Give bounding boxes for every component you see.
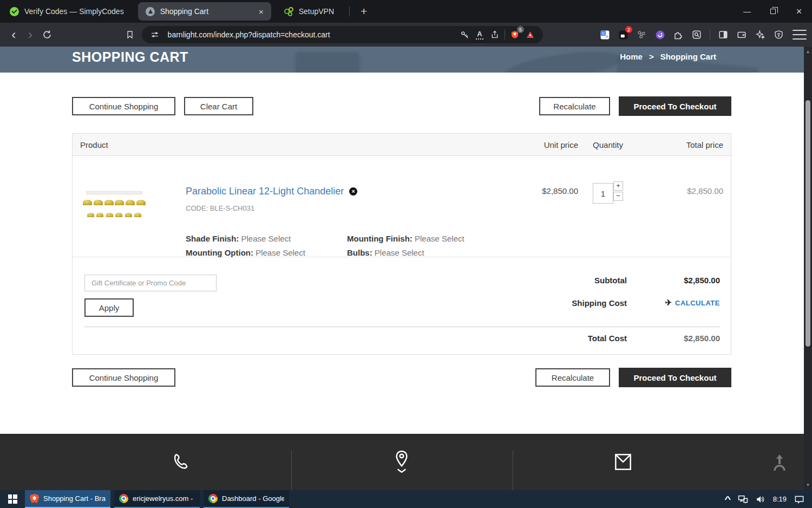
new-tab-button[interactable]: +	[355, 5, 372, 18]
taskbar-task-brave[interactable]: Shopping Cart - Brave	[25, 490, 110, 508]
footer-location-link[interactable]	[291, 434, 512, 490]
recalculate-button-bottom[interactable]: Recalculate	[535, 368, 610, 387]
cart-item-row: Parabolic Linear 12-Light Chandelier × C…	[73, 156, 731, 257]
translate-icon[interactable]: A	[472, 27, 487, 42]
toolbar-divider	[710, 30, 710, 40]
page-viewport: SHOPPING CART Home > Shopping Cart Conti…	[0, 47, 812, 490]
volume-icon[interactable]	[756, 495, 765, 504]
proceed-to-checkout-button-bottom[interactable]: Proceed To Checkout	[619, 368, 731, 387]
header-quantity: Quantity	[578, 140, 638, 149]
option-bulbs: Bulbs: Please Select	[347, 248, 464, 257]
product-options: Shade Finish: Please Select Mounting Fin…	[186, 234, 464, 257]
product-title-link[interactable]: Parabolic Linear 12-Light Chandelier	[186, 186, 344, 197]
back-icon[interactable]: ‹	[5, 26, 22, 43]
quantity-input[interactable]	[593, 183, 613, 204]
scroll-to-top-icon[interactable]	[770, 453, 789, 477]
apply-button[interactable]: Apply	[84, 298, 134, 317]
brave-shield-icon[interactable]: 5	[507, 27, 522, 42]
tray-expand-icon[interactable]: ^	[724, 494, 731, 504]
scrollbar-down-icon[interactable]: ▼	[804, 481, 812, 489]
quantity-decrease-button[interactable]: −	[613, 192, 623, 201]
extension-strip: GA 2	[597, 27, 807, 42]
vpn-shield-icon[interactable]	[771, 27, 786, 42]
sidebar-toggle-icon[interactable]	[716, 27, 731, 42]
tab-setupvpn[interactable]: SetupVPN	[274, 0, 344, 23]
forward-icon[interactable]: ›	[22, 26, 39, 43]
site-footer	[0, 434, 804, 490]
coupon-count-badge: 2	[625, 26, 632, 33]
cart-table-header: Product Unit price Quantity Total price	[73, 134, 731, 156]
total-row: Total Cost $2,850.00	[397, 334, 720, 343]
page-hero: SHOPPING CART Home > Shopping Cart	[0, 47, 804, 73]
phone-icon	[169, 451, 192, 473]
menu-hamburger-icon[interactable]	[793, 30, 807, 40]
clear-cart-button[interactable]: Clear Cart	[184, 97, 253, 115]
page-scrollbar[interactable]: ▲ ▼	[804, 47, 812, 490]
url-bar[interactable]: barnlight.com/index.php?dispatch=checkou…	[142, 26, 543, 43]
scrollbar-up-icon[interactable]: ▲	[804, 48, 812, 56]
footer-phone-link[interactable]	[70, 434, 291, 490]
breadcrumb-current: Shopping Cart	[660, 52, 716, 61]
coupon-ext-icon[interactable]: 2	[615, 27, 631, 42]
close-button[interactable]: ×	[786, 0, 812, 23]
proceed-to-checkout-button[interactable]: Proceed To Checkout	[619, 96, 731, 116]
cart-actions-bottom: Continue Shopping Recalculate Proceed To…	[72, 368, 731, 387]
network-icon[interactable]	[738, 495, 748, 504]
taskbar-clock[interactable]: 8:19	[773, 495, 787, 503]
extensions-puzzle-icon[interactable]	[671, 27, 686, 42]
molecule-ext-icon[interactable]	[634, 27, 649, 42]
browser-toolbar: ‹ › barnlight.com/index.php?dispatch=che…	[0, 23, 812, 47]
hero-decoration	[502, 47, 624, 73]
total-value: $2,850.00	[627, 334, 720, 343]
site-settings-icon[interactable]	[147, 27, 162, 42]
tab-shopping-cart[interactable]: Shopping Cart ×	[138, 2, 271, 21]
continue-shopping-button[interactable]: Continue Shopping	[72, 97, 175, 115]
minimize-button[interactable]: —	[734, 0, 760, 23]
share-icon[interactable]	[487, 27, 502, 42]
leo-ai-sparkle-icon[interactable]	[752, 27, 768, 42]
scrollbar-thumb[interactable]	[806, 100, 810, 347]
breadcrumb-home-link[interactable]: Home	[620, 52, 643, 61]
purple-ext-icon[interactable]	[652, 27, 667, 42]
recalculate-button[interactable]: Recalculate	[539, 97, 610, 115]
url-text[interactable]: barnlight.com/index.php?dispatch=checkou…	[168, 30, 457, 39]
cart-actions-top: Continue Shopping Clear Cart Recalculate…	[72, 96, 731, 116]
action-center-icon[interactable]	[794, 495, 804, 504]
header-product: Product	[73, 140, 513, 149]
product-image[interactable]	[82, 186, 147, 225]
calculate-shipping-link[interactable]: CALCULATE	[675, 299, 720, 307]
tab-simplycodes[interactable]: Verify Codes — SimplyCodes	[0, 0, 134, 23]
product-info: Parabolic Linear 12-Light Chandelier × C…	[186, 169, 464, 257]
password-key-icon[interactable]	[457, 27, 472, 42]
bookmark-icon[interactable]	[122, 26, 139, 43]
google-translate-ext-icon[interactable]: GA	[597, 27, 612, 42]
promo-code-input[interactable]	[84, 275, 217, 291]
cart-item-product-cell: Parabolic Linear 12-Light Chandelier × C…	[73, 156, 513, 257]
item-unit-price: $2,850.00	[513, 156, 578, 257]
search-box-ext-icon[interactable]	[689, 27, 704, 42]
continue-shopping-button-bottom[interactable]: Continue Shopping	[72, 368, 175, 387]
window-controls: — ×	[734, 0, 812, 23]
breadcrumb: Home > Shopping Cart	[620, 52, 716, 61]
page-title: SHOPPING CART	[72, 49, 188, 65]
reload-icon[interactable]	[38, 26, 55, 43]
chrome-icon	[208, 494, 218, 503]
wallet-icon[interactable]	[734, 27, 749, 42]
start-button[interactable]	[0, 490, 25, 508]
restore-button[interactable]	[760, 0, 786, 23]
quantity-increase-button[interactable]: +	[613, 181, 623, 191]
chandelier-shades	[83, 200, 146, 205]
remove-item-icon[interactable]: ×	[349, 187, 357, 196]
subtotal-label: Subtotal	[594, 276, 627, 285]
brave-rewards-icon[interactable]	[522, 27, 538, 42]
taskbar-task-ericjewelryus[interactable]: ericjewelryus.com - G...	[114, 490, 200, 508]
footer-email-link[interactable]	[513, 434, 734, 490]
breadcrumb-separator: >	[649, 52, 654, 61]
cart-summary: Apply Subtotal $2,850.00 Shipping Cost ✈…	[73, 257, 731, 355]
taskbar-task-dashboard[interactable]: Dashboard - Google ...	[204, 490, 289, 508]
brave-icon	[30, 494, 39, 503]
subtotal-value: $2,850.00	[627, 276, 720, 285]
system-tray: ^ 8:19	[725, 490, 812, 508]
tab-close-icon[interactable]: ×	[258, 7, 265, 16]
subtotal-row: Subtotal $2,850.00	[397, 276, 720, 285]
